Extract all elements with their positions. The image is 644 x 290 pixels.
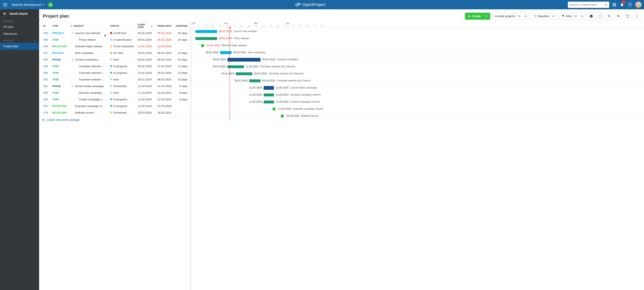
table-row[interactable]: 351 PHASE Social media campaign Schedule… [39, 83, 190, 90]
table-row[interactable]: 348 TASK Translate website into… In prog… [39, 63, 190, 70]
row-status[interactable]: Scheduled [108, 109, 136, 116]
row-status[interactable]: In progress [108, 70, 136, 76]
row-id[interactable]: 347 [39, 50, 50, 56]
row-id[interactable]: 345 [39, 43, 50, 50]
include-projects-button[interactable]: Include projects 1 [492, 13, 529, 20]
gantt-bar[interactable] [228, 65, 244, 68]
row-id[interactable]: 350 [39, 76, 50, 83]
row-finish-date[interactable]: 29.03.2024 [155, 109, 174, 116]
row-duration[interactable] [174, 109, 190, 116]
table-row[interactable]: 345 MILESTONE Website Edge release To be… [39, 43, 190, 50]
table-row[interactable]: 343 PROJECT Launch new website Confirmed… [39, 30, 190, 37]
row-start-date[interactable]: 21.03.2024 [136, 103, 155, 109]
row-finish-date[interactable]: 08.03.2024 [155, 76, 174, 83]
gantt-bar[interactable] [249, 79, 260, 82]
create-button[interactable]: Create [465, 13, 490, 20]
row-finish-date[interactable]: 21.03.2024 [155, 90, 174, 96]
row-subject[interactable]: Launch new website [69, 30, 108, 37]
expand-toggle[interactable] [71, 59, 74, 60]
user-avatar[interactable] [635, 2, 642, 8]
row-status[interactable]: On hold [108, 50, 136, 56]
search-box[interactable] [568, 2, 609, 8]
sidebar-back[interactable]: Gantt charts [0, 9, 39, 18]
row-subject[interactable]: Translate website into… [69, 76, 108, 83]
gantt-chart[interactable]: JanFebMarApr0102030405060708091011121314… [191, 22, 644, 290]
row-duration[interactable]: 13 days [174, 70, 190, 76]
row-duration[interactable]: 25 days [174, 56, 190, 63]
row-subject[interactable]: Website launch [69, 109, 108, 116]
row-id[interactable]: 355 [39, 90, 50, 96]
sidebar-section-default[interactable]: DEFAULT [0, 18, 39, 23]
row-id[interactable]: 343 [39, 30, 50, 37]
col-finish[interactable]: FINISH DATE [155, 22, 174, 30]
expand-toggle[interactable] [71, 33, 74, 34]
row-finish-date[interactable]: 21.02.2024 [155, 63, 174, 70]
gantt-bar[interactable] [228, 58, 260, 62]
row-duration[interactable] [174, 43, 190, 50]
zoom-out-button[interactable] [606, 13, 613, 20]
gantt-bar[interactable] [220, 51, 232, 54]
row-start-date[interactable]: 13.02.2024 [136, 70, 155, 76]
row-subject[interactable]: Press release [69, 37, 108, 43]
row-duration[interactable]: 13 days [174, 63, 190, 70]
row-duration[interactable]: 16 days [174, 30, 190, 37]
col-start[interactable]: START DATE [136, 22, 155, 30]
table-row[interactable]: 353 PHASE Content translation New 05.02.… [39, 56, 190, 63]
row-finish-date[interactable]: 21.03.2024 [155, 103, 174, 109]
row-start-date[interactable]: 05.02.2024 [136, 63, 155, 70]
gantt-bar[interactable] [264, 100, 274, 103]
row-finish-date[interactable]: 29.02.2024 [155, 70, 174, 76]
sidebar-section-private[interactable]: PRIVATE [0, 37, 39, 43]
row-status[interactable]: New [108, 56, 136, 63]
gantt-bar[interactable] [195, 30, 217, 33]
row-status[interactable]: In progress [108, 63, 136, 70]
table-row[interactable]: 378 MILESTONE Website launch Scheduled 2… [39, 109, 190, 116]
row-duration[interactable]: 16 days [174, 37, 190, 43]
zoom-fit-button[interactable] [624, 13, 631, 20]
row-start-date[interactable]: 29.01.2024 [136, 50, 155, 56]
table-row[interactable]: 354 TASK Create campaign con… In progres… [39, 96, 190, 103]
gantt-bar[interactable] [195, 37, 217, 40]
global-add-button[interactable] [48, 2, 53, 7]
row-duration[interactable]: 9 days [174, 96, 190, 103]
row-start-date[interactable]: 05.01.2024 [136, 37, 155, 43]
filter-button[interactable]: Filter 1 [559, 13, 586, 20]
row-finish-date[interactable]: 08.03.2024 [155, 56, 174, 63]
row-status[interactable]: In specification [108, 37, 136, 43]
row-status[interactable]: New [108, 76, 136, 83]
sidebar-item-project-plan[interactable]: Project plan [0, 43, 39, 50]
row-status[interactable]: In progress [108, 103, 136, 109]
row-duration[interactable]: 10 days [174, 76, 190, 83]
row-subject[interactable]: Create campaign con… [69, 96, 108, 103]
col-duration[interactable]: DURATION [174, 22, 190, 30]
create-work-package-link[interactable]: Create new work package [39, 116, 190, 123]
row-start-date[interactable]: 26.02.2024 [136, 76, 155, 83]
row-start-date[interactable]: 11.03.2024 [136, 90, 155, 96]
row-id[interactable]: 349 [39, 70, 50, 76]
table-row[interactable]: 349 TASK Translate website into… In prog… [39, 70, 190, 76]
row-subject[interactable]: Evaluate campaign results [69, 103, 108, 109]
row-start-date[interactable]: 11.03.2024 [136, 96, 155, 103]
col-type[interactable]: TYPE [50, 22, 69, 30]
row-start-date[interactable]: 29.03.2024 [136, 109, 155, 116]
row-id[interactable]: 351 [39, 83, 50, 90]
row-subject[interactable]: New subsidiary [69, 50, 108, 56]
row-status[interactable]: New [108, 90, 136, 96]
table-row[interactable]: 356 TASK Press release In specification … [39, 37, 190, 43]
row-subject[interactable]: Translate website into… [69, 63, 108, 70]
row-id[interactable]: 356 [39, 37, 50, 43]
help-button[interactable]: ? [627, 2, 632, 7]
row-finish-date[interactable]: 09.02.2024 [155, 50, 174, 56]
row-id[interactable]: 352 [39, 103, 50, 109]
table-row[interactable]: 355 TASK Develop campaign m… New 11.03.2… [39, 90, 190, 96]
col-status[interactable]: STATUS [108, 22, 136, 30]
row-status[interactable]: Scheduled [108, 83, 136, 90]
menu-toggle-button[interactable] [2, 3, 8, 7]
col-subject[interactable]: SUBJECT [69, 22, 108, 30]
row-duration[interactable] [174, 103, 190, 109]
row-status[interactable]: In progress [108, 96, 136, 103]
notifications-button[interactable]: 78 [620, 2, 624, 7]
row-duration[interactable]: 10 days [174, 50, 190, 56]
row-subject[interactable]: Develop campaign m… [69, 90, 108, 96]
row-start-date[interactable]: 11.03.2024 [136, 83, 155, 90]
